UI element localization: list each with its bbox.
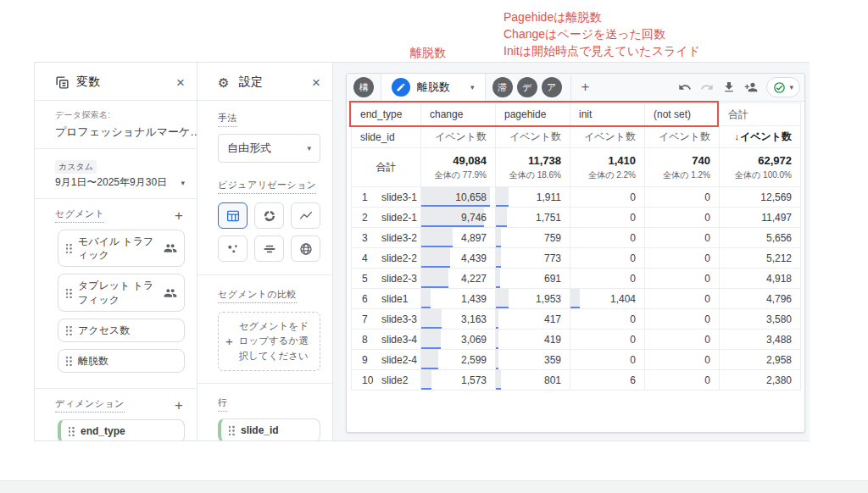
download-icon[interactable] [722,80,736,94]
exploration-name-section: データ探索名: プロフェッショナルマーケ… [35,101,197,149]
line-chart-icon [298,208,314,224]
column-header[interactable]: end_type [352,103,421,126]
table-row[interactable]: 2slide2-1 9,746 1,751 0 0 11,497 [352,208,801,228]
metric-header[interactable]: イベント数 [421,126,496,148]
technique-label: 手法 [218,112,237,127]
table-row[interactable]: 3slide3-2 4,897 759 0 0 5,656 [352,228,801,248]
variables-icon [55,75,70,90]
row-dimension-value: slide2-2 [381,252,417,264]
row-dimension-value: slide2 [381,374,408,386]
metric-cell: 1,911 [496,187,570,208]
table-row[interactable]: 4slide2-2 4,439 773 0 0 5,212 [352,248,801,269]
freeform-table-card: 構 離脱数 ▾ 滞 デ ア + [346,73,805,433]
explore-canvas: 構 離脱数 ▾ 滞 デ ア + [333,63,810,440]
table-row[interactable]: 6slide1 1,439 1,953 1,404 0 4,796 [352,289,801,309]
settings-close-icon[interactable]: × [312,75,320,90]
row-total-cell: 2,380 [720,370,801,391]
metric-cell: 3,069 [421,330,496,350]
column-header[interactable]: pagehide [496,103,570,126]
totals-cell: 740全体の 1.2% [645,148,720,187]
viz-donut-button[interactable] [254,202,284,229]
metric-cell: 0 [645,269,720,289]
sort-descending-icon: ↓ [734,131,739,141]
segment-chip[interactable]: モバイル トラフィック [58,230,185,267]
metric-cell: 0 [570,248,645,269]
edit-pencil-icon [392,78,410,97]
status-ok-button[interactable]: ▾ [766,77,800,97]
table-row[interactable]: 5slide2-3 4,227 691 0 0 4,918 [352,269,801,289]
row-dimension-header[interactable]: slide_id [352,126,421,148]
column-header[interactable]: init [570,103,645,126]
segment-chip[interactable]: アクセス数 [58,319,185,342]
chevron-down-icon[interactable]: ▾ [181,179,185,187]
row-rank: 3 [362,232,381,244]
add-segment-button[interactable]: + [175,208,185,223]
segment-list: モバイル トラフィック タブレット トラフィック アクセス数 離脱数 [55,230,185,373]
viz-bar-button[interactable] [254,235,284,262]
sheet-tab-collapsed[interactable]: 構 [353,77,374,97]
add-dimension-button[interactable]: + [175,398,185,413]
sheet-tab-active[interactable]: 離脱数 ▾ [381,74,486,102]
viz-table-button[interactable] [218,202,248,229]
table-row[interactable]: 10slide2 1,573 801 6 0 2,380 [352,370,801,391]
sheet-tab-collapsed[interactable]: 滞 [492,77,513,97]
metric-cell: 1,404 [570,289,645,309]
metric-header[interactable]: イベント数 [496,126,570,148]
dimensions-section: ディメンション + end_type slide_id イベント名 [35,389,197,440]
row-dimension-value: slide2-1 [381,212,417,224]
add-sheet-button[interactable]: + [570,75,597,100]
column-header[interactable]: change [421,103,496,126]
chevron-down-icon[interactable]: ▾ [470,83,475,91]
metric-header-sorted[interactable]: ↓イベント数 [720,126,801,148]
totals-cell: 11,738全体の 18.6% [496,148,570,187]
drag-handle-icon [65,288,72,298]
segment-chip[interactable]: タブレット トラフィック [58,274,185,311]
row-rank: 6 [362,293,381,305]
sheet-tab-collapsed[interactable]: ア [542,77,562,97]
settings-panel-title: 設定 [239,75,263,90]
drag-handle-icon [65,325,72,335]
metric-cell: 3,163 [421,309,496,330]
row-total-cell: 4,796 [720,289,801,309]
column-header[interactable]: (not set) [645,103,720,126]
variables-close-icon[interactable]: × [176,75,185,90]
viz-geo-button[interactable] [291,235,320,262]
drag-handle-icon [228,425,235,435]
segment-chip-label: タブレット トラフィック [78,279,158,306]
date-range-section[interactable]: カスタム 9月1日〜2025年9月30日 ▾ [35,149,197,199]
segment-chip[interactable]: 離脱数 [58,349,185,373]
share-user-icon[interactable] [744,80,758,94]
undo-icon[interactable] [678,80,692,94]
column-header-grand-total[interactable]: 合計 [720,103,801,126]
table-row[interactable]: 8slide3-4 3,069 419 0 0 3,488 [352,330,801,350]
sheet-tab-collapsed[interactable]: デ [517,77,537,97]
technique-dropdown[interactable]: 自由形式 ▾ [218,134,320,163]
dimension-chip-label: end_type [81,424,125,438]
metric-header[interactable]: イベント数 [570,126,645,148]
dimension-chip[interactable]: end_type [58,419,185,440]
table-row[interactable]: 9slide2-4 2,599 359 0 0 2,958 [352,350,801,370]
row-rank: 2 [362,212,381,224]
metric-cell: 419 [496,330,570,350]
segment-drop-zone[interactable]: + セグメントをドロップするか選択してください [218,312,320,371]
viz-scatter-button[interactable] [218,235,248,262]
table-row[interactable]: 1slide3-1 10,658 1,911 0 0 12,569 [352,187,801,208]
exploration-name-value[interactable]: プロフェッショナルマーケ… [55,125,185,140]
totals-cell-grand: 62,972全体の 100.0% [720,148,801,187]
row-dimension-value: slide1 [381,293,408,305]
metric-cell: 773 [496,248,570,269]
row-total-cell: 5,656 [720,228,801,248]
people-icon [164,241,177,255]
row-total-cell: 3,488 [720,330,801,350]
viz-line-button[interactable] [291,202,320,229]
table-row[interactable]: 7slide3-3 3,163 417 0 0 3,580 [352,309,801,330]
scatter-chart-icon [225,241,241,257]
date-range-value[interactable]: 9月1日〜2025年9月30日 [55,175,167,190]
bar-chart-icon [262,241,277,257]
totals-cell: 49,084全体の 77.9% [421,148,496,187]
row-dimension-chip[interactable]: slide_id [218,418,320,440]
variables-panel-title: 変数 [76,75,100,90]
metric-header[interactable]: イベント数 [645,126,720,148]
metric-cell: 0 [570,350,645,370]
rows-label: 行 [218,396,227,412]
